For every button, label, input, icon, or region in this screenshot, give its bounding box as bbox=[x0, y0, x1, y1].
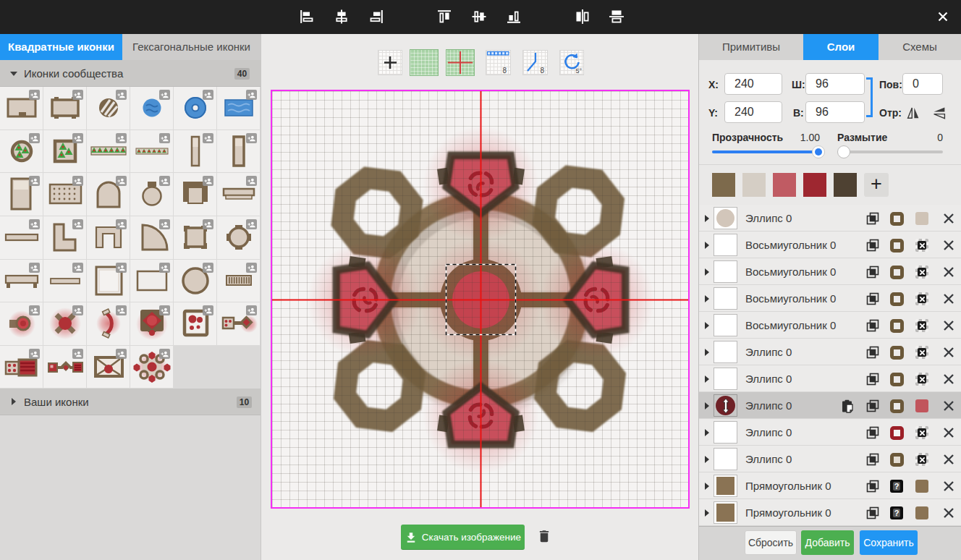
svg-text:8: 8 bbox=[540, 67, 544, 75]
svg-text:5°: 5° bbox=[575, 67, 582, 75]
svg-text:8: 8 bbox=[502, 67, 507, 75]
